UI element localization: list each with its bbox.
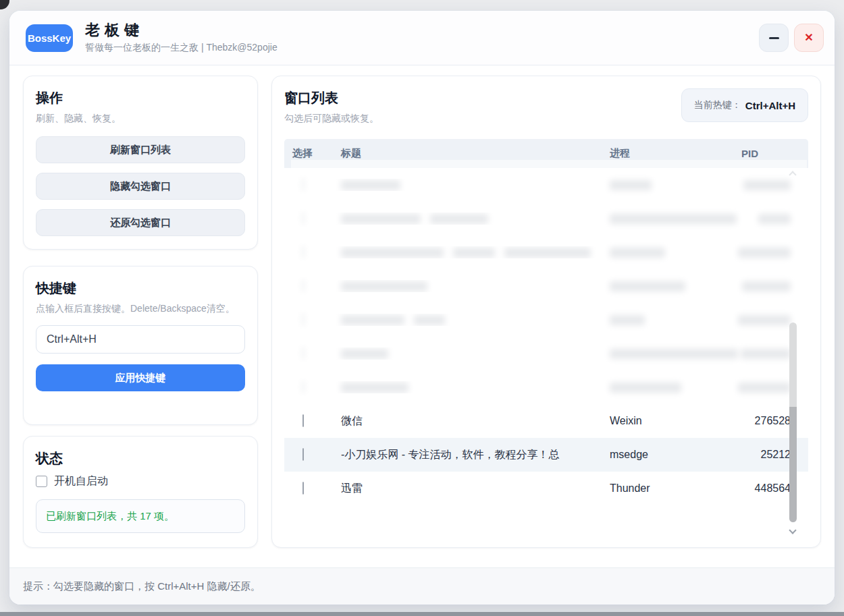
select-cell xyxy=(292,314,333,326)
table-row xyxy=(284,303,808,337)
redacted-checkbox xyxy=(302,313,304,326)
redacted-text-blob xyxy=(341,383,408,393)
taskbar-edge xyxy=(0,612,844,616)
operations-subtitle: 刷新、隐藏、恢复。 xyxy=(36,111,245,125)
hotkey-input[interactable] xyxy=(36,325,245,354)
redacted-text-blob xyxy=(430,214,488,224)
column-header-select: 选择 xyxy=(292,147,333,160)
close-button[interactable]: ✕ xyxy=(794,24,824,52)
redacted-process-cell xyxy=(610,347,724,360)
hide-checked-windows-button[interactable]: 隐藏勾选窗口 xyxy=(36,173,245,200)
redacted-checkbox xyxy=(302,178,304,191)
current-hotkey-label: 当前热键： xyxy=(694,99,741,111)
restore-checked-windows-button[interactable]: 还原勾选窗口 xyxy=(36,209,245,236)
hotkey-title: 快捷键 xyxy=(36,279,245,298)
process-cell: Weixin xyxy=(610,415,724,427)
redacted-pid-cell xyxy=(724,314,799,326)
redacted-pid-cell xyxy=(724,381,799,393)
redacted-text-blob xyxy=(758,214,791,224)
chevron-down-icon xyxy=(789,526,796,534)
process-cell: msedge xyxy=(610,449,724,461)
select-cell xyxy=(292,482,333,495)
footer-tip-bar: 提示：勾选要隐藏的窗口，按 Ctrl+Alt+H 隐藏/还原。 xyxy=(9,567,835,605)
status-title: 状态 xyxy=(36,449,245,468)
pid-cell: 25212 xyxy=(724,449,799,461)
redacted-text-blob xyxy=(610,383,681,393)
table-row xyxy=(284,370,808,404)
redacted-process-cell xyxy=(610,213,724,225)
apply-hotkey-button[interactable]: 应用快捷键 xyxy=(36,364,245,391)
app-window: BossKey 老板键 誓做每一位老板的一生之敌 | Thebzk@52poji… xyxy=(9,11,835,605)
table-row xyxy=(284,168,808,202)
row-checkbox[interactable] xyxy=(302,482,304,495)
select-cell xyxy=(292,246,333,258)
redacted-text-blob xyxy=(341,281,427,291)
current-hotkey-badge: 当前热键： Ctrl+Alt+H xyxy=(681,88,808,122)
background-window-corner xyxy=(0,0,9,9)
footer-tip: 提示：勾选要隐藏的窗口，按 Ctrl+Alt+H 隐藏/还原。 xyxy=(23,580,261,593)
window-list-title: 窗口列表 xyxy=(284,88,379,107)
redacted-title-cell xyxy=(333,280,610,292)
column-header-process: 进程 xyxy=(610,147,724,160)
status-card: 状态 开机自启动 已刷新窗口列表，共 17 项。 xyxy=(23,436,258,548)
refresh-window-list-button[interactable]: 刷新窗口列表 xyxy=(36,136,245,163)
redacted-title-cell xyxy=(333,381,610,393)
redacted-text-blob xyxy=(414,315,445,325)
redacted-text-blob xyxy=(453,248,495,258)
redacted-text-blob xyxy=(341,315,404,325)
autostart-checkbox[interactable] xyxy=(36,476,47,487)
window-list-subtitle: 勾选后可隐藏或恢复。 xyxy=(284,111,379,125)
select-cell xyxy=(292,415,333,427)
autostart-row[interactable]: 开机自启动 xyxy=(36,474,245,488)
redacted-title-cell xyxy=(333,179,610,191)
redacted-process-cell xyxy=(610,381,724,393)
pid-cell: 448564 xyxy=(724,482,799,495)
row-checkbox[interactable] xyxy=(302,448,304,461)
redacted-text-blob xyxy=(610,315,645,325)
redacted-checkbox xyxy=(302,381,304,393)
app-title: 老板键 xyxy=(85,22,278,39)
window-list-card: 窗口列表 勾选后可隐藏或恢复。 当前热键： Ctrl+Alt+H 选择 标题 进… xyxy=(271,76,821,548)
redacted-process-cell xyxy=(610,246,724,258)
autostart-label: 开机自启动 xyxy=(54,474,108,488)
table-row: 迅雷Thunder448564 xyxy=(284,472,808,505)
select-cell xyxy=(292,449,333,461)
redacted-text-blob xyxy=(610,180,652,190)
window-list-title-block: 窗口列表 勾选后可隐藏或恢复。 xyxy=(284,88,379,125)
window-title-cell: 迅雷 xyxy=(333,482,610,496)
table-header-row: 选择 标题 进程 PID xyxy=(284,139,808,168)
redacted-text-blob xyxy=(341,248,444,258)
table-row: -小刀娱乐网 - 专注活动，软件，教程分享！总msedge25212 xyxy=(284,438,808,472)
minimize-button[interactable] xyxy=(759,24,789,52)
app-title-block: 老板键 誓做每一位老板的一生之敌 | Thebzk@52pojie xyxy=(85,22,278,54)
redacted-pid-cell xyxy=(724,246,799,258)
window-controls: ✕ xyxy=(759,24,824,52)
row-checkbox[interactable] xyxy=(302,414,304,427)
chevron-up-icon xyxy=(789,171,796,178)
redacted-title-cell xyxy=(333,314,610,326)
close-icon: ✕ xyxy=(804,32,813,43)
redacted-pid-cell xyxy=(724,179,799,191)
redacted-pid-cell xyxy=(724,280,799,292)
redacted-checkbox xyxy=(302,212,304,225)
operations-title: 操作 xyxy=(36,88,245,107)
select-cell xyxy=(292,179,333,191)
redacted-title-cell xyxy=(333,213,610,225)
redacted-text-blob xyxy=(610,214,737,224)
operations-card: 操作 刷新、隐藏、恢复。 刷新窗口列表 隐藏勾选窗口 还原勾选窗口 xyxy=(23,76,258,250)
desktop: { "app": { "logo_text": "BossKey", "titl… xyxy=(0,0,844,616)
redacted-checkbox xyxy=(302,347,304,360)
table-row: 微信Weixin276528 xyxy=(284,404,808,438)
redacted-text-blob xyxy=(738,315,791,325)
redacted-text-blob xyxy=(738,383,791,393)
redacted-text-blob xyxy=(610,248,665,258)
select-cell xyxy=(292,280,333,292)
table-row xyxy=(284,337,808,370)
scrollbar[interactable] xyxy=(789,169,797,537)
hotkey-card: 快捷键 点输入框后直接按键。Delete/Backspace清空。 应用快捷键 xyxy=(23,266,258,425)
status-message-box: 已刷新窗口列表，共 17 项。 xyxy=(36,499,245,533)
table-rows: 微信Weixin276528-小刀娱乐网 - 专注活动，软件，教程分享！总mse… xyxy=(284,168,808,505)
redacted-process-cell xyxy=(610,314,724,326)
titlebar: BossKey 老板键 誓做每一位老板的一生之敌 | Thebzk@52poji… xyxy=(9,11,835,65)
scrollbar-thumb[interactable] xyxy=(789,323,797,522)
